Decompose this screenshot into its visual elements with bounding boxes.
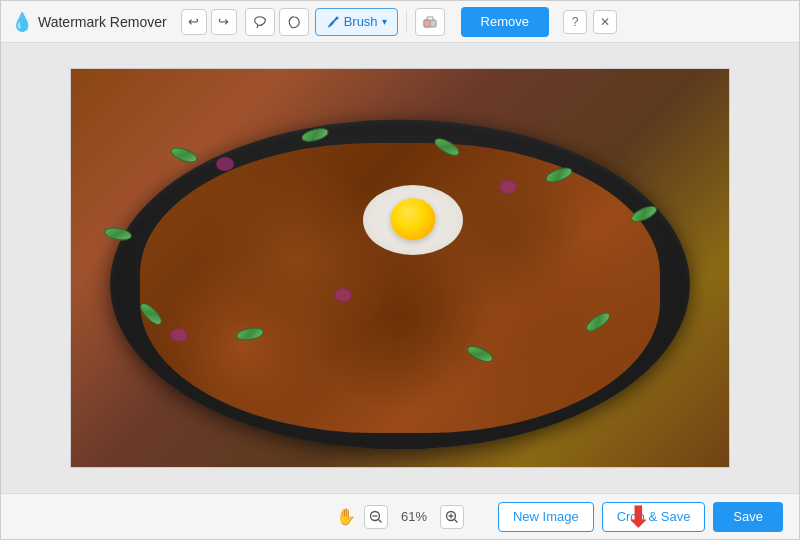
onion-1 <box>216 157 234 171</box>
brush-chevron: ▾ <box>382 16 387 27</box>
svg-line-12 <box>455 519 458 522</box>
remove-button[interactable]: Remove <box>461 7 549 37</box>
zoom-controls: ✋ 61% <box>336 505 464 529</box>
tool-group <box>245 8 309 36</box>
titlebar: 💧 Watermark Remover ↩ ↪ Brush ▾ <box>1 1 799 43</box>
image-container[interactable] <box>70 68 730 468</box>
food-image <box>71 69 729 467</box>
save-button[interactable]: Save <box>713 502 783 532</box>
svg-rect-2 <box>424 20 430 27</box>
zoom-in-button[interactable] <box>440 505 464 529</box>
crop-save-button[interactable]: Crop & Save <box>602 502 706 532</box>
egg-yolk <box>391 198 436 240</box>
zoom-out-button[interactable] <box>364 505 388 529</box>
erase-button[interactable] <box>415 8 445 36</box>
brush-label: Brush <box>344 14 378 29</box>
onion-3 <box>334 288 352 302</box>
download-arrow-icon: ⬇ <box>626 500 649 533</box>
app-icon: 💧 <box>11 11 33 33</box>
window-controls: ? ✕ <box>563 10 617 34</box>
redo-button[interactable]: ↪ <box>211 9 237 35</box>
brush-dropdown-button[interactable]: Brush ▾ <box>315 8 398 36</box>
lasso2-tool-button[interactable] <box>279 8 309 36</box>
app-title: Watermark Remover <box>38 14 167 30</box>
statusbar: ✋ 61% ⬇ New Image Crop & Save Save <box>1 493 799 539</box>
hand-tool-icon[interactable]: ✋ <box>336 507 356 526</box>
fried-egg <box>363 185 463 255</box>
help-button[interactable]: ? <box>563 10 587 34</box>
egg-white <box>363 185 463 255</box>
onion-4 <box>170 328 188 342</box>
new-image-button[interactable]: New Image <box>498 502 594 532</box>
canvas-area <box>1 43 799 493</box>
svg-line-8 <box>379 519 382 522</box>
zoom-level: 61% <box>396 509 432 524</box>
close-button[interactable]: ✕ <box>593 10 617 34</box>
lasso-tool-button[interactable] <box>245 8 275 36</box>
svg-point-0 <box>335 16 338 19</box>
undo-button[interactable]: ↩ <box>181 9 207 35</box>
pepper-1 <box>168 144 198 165</box>
toolbar-separator <box>406 11 407 33</box>
